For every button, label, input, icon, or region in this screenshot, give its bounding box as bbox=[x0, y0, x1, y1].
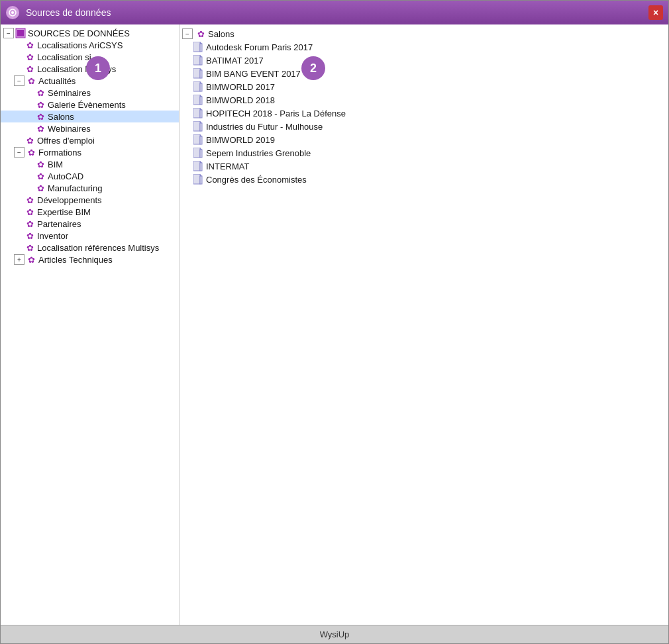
tree-node-inventor[interactable]: ✿ Inventor bbox=[1, 230, 179, 242]
formations-label: Formations bbox=[38, 148, 81, 158]
right-list-item[interactable]: BIMWORLD 2019 bbox=[180, 133, 668, 146]
manufacturing-label: Manufacturing bbox=[48, 183, 102, 193]
right-list-item[interactable]: BIMWORLD 2017 bbox=[180, 80, 668, 93]
svg-rect-24 bbox=[200, 123, 202, 131]
expand-actualites[interactable]: − bbox=[14, 75, 25, 86]
tree-node-manufacturing[interactable]: ✿ Manufacturing bbox=[1, 182, 179, 194]
app-icon bbox=[6, 6, 19, 19]
expand-articles[interactable]: + bbox=[14, 254, 25, 265]
bim-label: BIM bbox=[48, 160, 63, 169]
expertise-bim-label: Expertise BIM bbox=[37, 207, 91, 217]
tree-node-expertise-bim[interactable]: ✿ Expertise BIM bbox=[1, 206, 179, 218]
right-item-label: BIM BANG EVENT 2017 bbox=[206, 69, 301, 79]
doc-icon bbox=[193, 68, 203, 79]
doc-icon bbox=[193, 134, 203, 145]
svg-rect-15 bbox=[200, 83, 202, 91]
articles-techniques-icon: ✿ bbox=[26, 254, 36, 265]
actualites-label: Actualités bbox=[38, 76, 76, 86]
right-list-item[interactable]: BIMWORLD 2018 bbox=[180, 93, 668, 107]
tree-node-salons[interactable]: ✿ Salons bbox=[1, 111, 179, 122]
svg-rect-27 bbox=[200, 136, 202, 144]
svg-point-1 bbox=[11, 11, 14, 14]
right-list-item[interactable]: INTERMAT bbox=[180, 160, 668, 173]
svg-rect-6 bbox=[200, 44, 202, 52]
tree-node-developpements[interactable]: ✿ Développements bbox=[1, 194, 179, 206]
localisation-refs-label: Localisation références Multisys bbox=[37, 243, 159, 253]
left-panel: − SOURCES DE DONNÉES ✿ Localisations Ari… bbox=[1, 24, 180, 625]
seminaires-label: Séminaires bbox=[48, 88, 91, 98]
seminaires-icon: ✿ bbox=[35, 87, 46, 98]
svg-rect-34 bbox=[193, 174, 200, 184]
svg-rect-31 bbox=[193, 161, 200, 171]
right-list-item[interactable]: BIM BANG EVENT 2017 bbox=[180, 67, 668, 80]
actualites-icon: ✿ bbox=[26, 75, 36, 86]
salons-label: Salons bbox=[48, 112, 74, 122]
doc-icon bbox=[193, 161, 203, 171]
root-label: SOURCES DE DONNÉES bbox=[28, 28, 130, 38]
tree-node-localisation-si[interactable]: ✿ Localisation si... bbox=[1, 51, 179, 63]
right-items-container: Autodesk Forum Paris 2017 BATIMAT 2017 B… bbox=[180, 40, 668, 186]
svg-rect-25 bbox=[193, 134, 200, 144]
localisation-multisys-icon: ✿ bbox=[25, 64, 35, 74]
expand-salons-right[interactable]: − bbox=[182, 28, 193, 39]
tree-node-formations[interactable]: − ✿ Formations bbox=[1, 146, 179, 158]
svg-rect-16 bbox=[193, 95, 200, 105]
tree-node-articles-techniques[interactable]: + ✿ Articles Techniques bbox=[1, 253, 179, 265]
tree-node-partenaires[interactable]: ✿ Partenaires bbox=[1, 218, 179, 230]
right-list-item[interactable]: Industries du Futur - Mulhouse bbox=[180, 120, 668, 133]
partenaires-label: Partenaires bbox=[37, 219, 81, 229]
svg-rect-36 bbox=[200, 176, 202, 184]
expand-root[interactable]: − bbox=[3, 28, 14, 38]
tree-node-seminaires[interactable]: ✿ Séminaires bbox=[1, 87, 179, 99]
svg-rect-4 bbox=[193, 42, 200, 52]
tree-node-offres-emploi[interactable]: ✿ Offres d'emploi bbox=[1, 134, 179, 146]
svg-rect-9 bbox=[200, 57, 202, 65]
offres-emploi-label: Offres d'emploi bbox=[37, 136, 95, 146]
expand-formations[interactable]: − bbox=[14, 147, 25, 158]
svg-rect-3 bbox=[17, 30, 24, 36]
right-list-item[interactable]: Sepem Industries Grenoble bbox=[180, 146, 668, 160]
tree-node-localisation-refs[interactable]: ✿ Localisation références Multisys bbox=[1, 242, 179, 253]
main-window: Sources de données × − SOURCES DE DONNÉE… bbox=[0, 0, 669, 644]
galerie-icon: ✿ bbox=[35, 99, 46, 110]
localisations-aricsys-icon: ✿ bbox=[25, 40, 35, 50]
right-list-item[interactable]: Congrès des Économistes bbox=[180, 173, 668, 186]
localisations-aricsys-label: Localisations AriCSYS bbox=[37, 40, 123, 50]
svg-rect-13 bbox=[193, 81, 200, 91]
svg-rect-10 bbox=[193, 68, 200, 78]
right-panel: − ✿ Salons Autodesk Forum Paris 2017 BAT… bbox=[180, 24, 668, 625]
tree-node-actualites[interactable]: − ✿ Actualités bbox=[1, 75, 179, 87]
right-item-label: Sepem Industries Grenoble bbox=[206, 148, 311, 158]
right-item-label: Congrès des Économistes bbox=[206, 175, 307, 185]
root-icon bbox=[15, 28, 26, 38]
doc-icon bbox=[193, 95, 203, 105]
right-list-item[interactable]: BATIMAT 2017 bbox=[180, 54, 668, 67]
doc-icon bbox=[193, 55, 203, 66]
svg-rect-28 bbox=[193, 148, 200, 158]
tree-node-bim[interactable]: ✿ BIM bbox=[1, 158, 179, 170]
autocad-icon: ✿ bbox=[35, 171, 46, 181]
salons-icon: ✿ bbox=[35, 111, 46, 122]
tree-node-galerie-evenements[interactable]: ✿ Galerie Évènements bbox=[1, 99, 179, 111]
doc-icon bbox=[193, 81, 203, 92]
right-list-item[interactable]: Autodesk Forum Paris 2017 bbox=[180, 40, 668, 54]
tree-node-autocad[interactable]: ✿ AutoCAD bbox=[1, 170, 179, 182]
tree-node-root[interactable]: − SOURCES DE DONNÉES bbox=[1, 27, 179, 39]
manufacturing-icon: ✿ bbox=[35, 183, 46, 193]
localisation-multisys-label: Localisation Multisys bbox=[37, 64, 116, 74]
tree-node-localisations-aricsys[interactable]: ✿ Localisations AriCSYS bbox=[1, 39, 179, 51]
tree-node-localisation-multisys[interactable]: ✿ Localisation Multisys bbox=[1, 63, 179, 75]
tree-node-webinaires[interactable]: ✿ Webinaires bbox=[1, 122, 179, 134]
articles-techniques-label: Articles Techniques bbox=[38, 255, 113, 265]
doc-icon bbox=[193, 42, 203, 52]
developpements-label: Développements bbox=[37, 195, 102, 205]
right-list-item[interactable]: HOPITECH 2018 - Paris La Défense bbox=[180, 107, 668, 120]
svg-rect-22 bbox=[193, 121, 200, 131]
svg-rect-7 bbox=[193, 55, 200, 65]
inventor-label: Inventor bbox=[37, 231, 68, 241]
partenaires-icon: ✿ bbox=[25, 218, 35, 229]
webinaires-label: Webinaires bbox=[48, 124, 91, 134]
close-button[interactable]: × bbox=[648, 5, 663, 20]
right-parent-salons[interactable]: − ✿ Salons bbox=[180, 27, 668, 40]
right-item-label: BIMWORLD 2019 bbox=[206, 135, 275, 145]
